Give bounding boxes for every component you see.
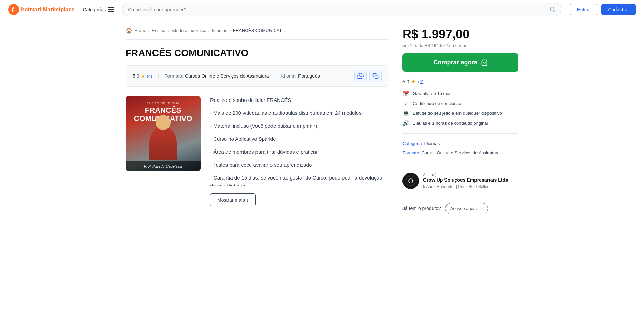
author-badge: 5 Anos Hotmarter | Perfil Best-Seller <box>423 184 518 189</box>
format-label: Formato: Cursos Online e Serviços de Ass… <box>164 73 269 79</box>
author-info: Autor(a) Grow Up Soluções Empresariais L… <box>423 173 518 189</box>
idioma-label: Idioma: Português <box>281 73 320 79</box>
rating-count[interactable]: (4) <box>147 74 152 79</box>
feature-guarantee: 📅 Garantia de 15 dias <box>402 90 518 97</box>
menu-icon <box>108 7 114 12</box>
product-title: FRANCÊS COMUNICATIVO <box>126 48 389 59</box>
svg-point-0 <box>8 4 19 15</box>
author-name: Grow Up Soluções Empresariais Ltda <box>423 177 518 183</box>
desc-line-4: - Área de membros para tirar dúvidas e p… <box>210 148 389 156</box>
direct-logo-icon <box>405 175 416 186</box>
divider-2: | <box>275 73 276 79</box>
main-content: 🏠 Home › Ensino e estudo acadêmico › Idi… <box>126 27 389 214</box>
breadcrumb-level2[interactable]: Idiomas <box>212 28 228 33</box>
breadcrumb-current: FRANCÊS COMUNICAT... <box>233 28 285 33</box>
breadcrumb-level1[interactable]: Ensino e estudo acadêmico <box>152 28 206 33</box>
desc-line-6: - Garantia de 15 dias, se você não gosta… <box>210 174 389 186</box>
desc-line-0: Realize o sonho de falar FRANCÊS. <box>210 96 389 104</box>
meta-category: Categoria: Idiomas <box>402 140 518 147</box>
person-head <box>156 115 171 130</box>
rating-bar: 5.0 ★ (4) | Formato: Cursos Online e Ser… <box>126 65 389 87</box>
check-icon: ✓ <box>402 100 409 107</box>
cadastrar-button[interactable]: Cadastrar <box>601 4 636 15</box>
home-icon: 🏠 <box>126 27 132 34</box>
hotmart-flame-icon <box>8 4 19 15</box>
product-body: CURSO DE IDIOMA FRANCÊSCOMUNICATIVO Prof… <box>126 96 389 206</box>
already-have-text: Já tem o produto? <box>402 206 441 211</box>
show-more-button[interactable]: Mostrar mais ↓ <box>210 193 256 206</box>
entrar-button[interactable]: Entrar <box>570 4 597 15</box>
product-image: CURSO DE IDIOMA FRANCÊSCOMUNICATIVO Prof… <box>126 96 201 171</box>
share-buttons <box>354 70 382 82</box>
whatsapp-share-button[interactable] <box>354 70 367 82</box>
star-icon: ★ <box>141 73 145 79</box>
breadcrumb: 🏠 Home › Ensino e estudo acadêmico › Idi… <box>126 27 389 40</box>
feature-guarantee-text: Garantia de 15 dias <box>413 91 451 96</box>
header: hotmart Marketplace Categorias Entrar Ca… <box>0 0 644 19</box>
feature-content-text: 1 aulas e 1 horas de conteúdo original <box>413 121 488 126</box>
svg-rect-1 <box>108 7 114 8</box>
format-value-sidebar: Cursos Online e Serviços de Assinatura <box>422 150 500 155</box>
calendar-icon: 📅 <box>402 90 409 97</box>
sidebar: R$ 1.997,00 em 12x de R$ 194.56 * no car… <box>402 27 518 214</box>
logo-text: hotmart Marketplace <box>21 6 75 13</box>
category-link[interactable]: Categoria: <box>402 141 423 146</box>
whatsapp-icon <box>357 73 364 79</box>
desc-line-3: - Curso no Aplicativo Sparkle <box>210 135 389 143</box>
svg-rect-6 <box>375 75 378 79</box>
laptop-icon: 💻 <box>402 110 409 116</box>
breadcrumb-sep-1: › <box>148 28 150 33</box>
svg-rect-2 <box>108 9 114 10</box>
search-input[interactable] <box>128 7 547 12</box>
rating-stars: 5.0 ★ (4) <box>133 73 152 79</box>
svg-point-4 <box>550 7 554 11</box>
meta-section: Categoria: Idiomas Formato: Cursos Onlin… <box>402 140 518 166</box>
categories-label: Categorias <box>83 7 106 12</box>
svg-point-9 <box>408 180 409 181</box>
categories-nav[interactable]: Categorias <box>83 7 114 12</box>
buy-button[interactable]: Comprar agora <box>402 53 518 72</box>
sidebar-rating: 5.0 ★ (4) <box>402 78 518 85</box>
desc-line-2: - Material incluso (Você pode baixar e i… <box>210 122 389 130</box>
copy-icon <box>372 73 379 79</box>
feature-device-text: Estude do seu jeito e em qualquer dispos… <box>413 111 502 116</box>
features-list: 📅 Garantia de 15 dias ✓ Certificado de c… <box>402 90 518 134</box>
cart-icon <box>481 59 488 66</box>
buy-button-label: Comprar agora <box>433 59 477 66</box>
sidebar-star-icon: ★ <box>411 78 416 85</box>
feature-certificate-text: Certificado de conclusão <box>413 101 461 106</box>
desc-line-5: - Testes para você avaliar o seu aprendi… <box>210 161 389 169</box>
already-have-section: Já tem o produto? Acesse agora → <box>402 203 518 214</box>
divider-1: | <box>158 73 159 79</box>
format-link[interactable]: Formato: <box>402 150 420 155</box>
price-installment: em 12x de R$ 194.56 * no cartão <box>402 43 518 48</box>
feature-certificate: ✓ Certificado de conclusão <box>402 100 518 107</box>
sidebar-rating-value: 5.0 <box>402 79 409 84</box>
page-container: 🏠 Home › Ensino e estudo acadêmico › Idi… <box>117 19 527 222</box>
breadcrumb-sep-2: › <box>208 28 210 33</box>
svg-point-8 <box>406 176 415 186</box>
rating-value: 5.0 <box>133 73 139 79</box>
feature-content: 🔊 1 aulas e 1 horas de conteúdo original <box>402 120 518 126</box>
price-section: R$ 1.997,00 em 12x de R$ 194.56 * no car… <box>402 27 518 48</box>
svg-rect-3 <box>108 11 114 12</box>
author-role: Autor(a) <box>423 173 518 177</box>
professor-bar: Prof. Alfredo Capelassi <box>126 161 201 171</box>
audio-icon: 🔊 <box>402 120 409 126</box>
access-button[interactable]: Acesse agora → <box>445 203 488 214</box>
breadcrumb-home[interactable]: Home <box>134 28 146 33</box>
idioma-value: Português <box>298 73 320 79</box>
copy-link-button[interactable] <box>369 70 382 82</box>
course-label: CURSO DE IDIOMA <box>146 102 179 105</box>
author-section: Autor(a) Grow Up Soluções Empresariais L… <box>402 173 518 196</box>
format-value: Cursos Online e Serviços de Assinatura <box>185 73 269 79</box>
search-bar <box>122 3 561 16</box>
logo[interactable]: hotmart Marketplace <box>8 4 75 15</box>
author-logo <box>402 173 419 189</box>
person-body <box>149 126 177 160</box>
header-actions: Entrar Cadastrar <box>570 4 636 15</box>
desc-line-1: - Mais de 200 videoaulas e audioaulas di… <box>210 109 389 117</box>
sidebar-rating-count[interactable]: (4) <box>418 79 423 84</box>
category-value: Idiomas <box>424 141 440 146</box>
meta-format: Formato: Cursos Online e Serviços de Ass… <box>402 150 518 157</box>
